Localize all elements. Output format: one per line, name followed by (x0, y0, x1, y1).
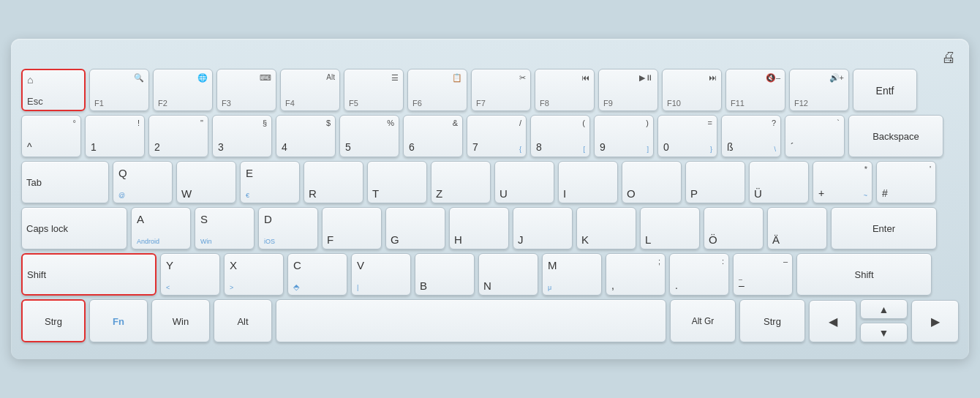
qwertz-row: Tab Q @ W E € R T Z U I O P (21, 161, 959, 203)
key-c[interactable]: C ⬘ (287, 253, 347, 296)
key-6[interactable]: & 6 (403, 115, 463, 157)
key-2[interactable]: " 2 (148, 115, 208, 157)
key-r[interactable]: R (304, 161, 363, 203)
key-d[interactable]: D iOS (258, 207, 318, 249)
function-key-row: ⌂ Esc 🔍 F1 🌐 F2 ⌨ F3 Alt F4 ☰ F5 📋 (21, 69, 959, 111)
key-m[interactable]: M μ (542, 253, 602, 296)
key-i[interactable]: I (558, 161, 618, 203)
key-fn[interactable]: Fn (89, 299, 148, 342)
key-o[interactable]: O (622, 161, 682, 203)
key-4[interactable]: $ 4 (276, 115, 336, 157)
key-g[interactable]: G (385, 207, 445, 249)
key-v[interactable]: V | (351, 253, 411, 296)
key-f9[interactable]: ▶⏸ F9 (598, 69, 658, 111)
key-backspace[interactable]: Backspace (848, 115, 943, 157)
key-3[interactable]: § 3 (212, 115, 272, 157)
key-p[interactable]: P (685, 161, 745, 203)
printer-icon: 🖨 (941, 49, 956, 66)
key-f2[interactable]: 🌐 F2 (153, 69, 213, 111)
key-alt[interactable]: Alt (214, 299, 272, 342)
key-y[interactable]: Y < (160, 253, 220, 296)
key-strg-right[interactable]: Strg (739, 299, 805, 342)
shift-row: Shift Y < X > C ⬘ V | B N M μ ; , (21, 253, 959, 296)
key-f5[interactable]: ☰ F5 (344, 69, 404, 111)
key-period[interactable]: : . (669, 253, 729, 296)
key-arrow-right[interactable]: ▶ (911, 300, 959, 342)
key-sz[interactable]: ? ß \ (721, 115, 781, 157)
key-arrow-up[interactable]: ▲ (860, 299, 908, 319)
key-strg-left[interactable]: Strg (21, 299, 86, 342)
key-caret[interactable]: ° ^ (21, 115, 81, 157)
key-tab[interactable]: Tab (21, 161, 109, 203)
key-f[interactable]: F (322, 207, 382, 249)
key-e[interactable]: E € (240, 161, 300, 203)
key-u[interactable]: U (494, 161, 554, 203)
key-l[interactable]: L (640, 207, 700, 249)
key-t[interactable]: T (367, 161, 427, 203)
keyboard: 🖨 ⌂ Esc 🔍 F1 🌐 F2 ⌨ F3 Alt F4 ☰ (11, 39, 969, 359)
key-1[interactable]: ! 1 (85, 115, 145, 157)
key-ue[interactable]: Ü (749, 161, 809, 203)
key-alt-gr[interactable]: Alt Gr (670, 299, 736, 342)
key-h[interactable]: H (449, 207, 509, 249)
key-caps-lock[interactable]: Caps lock (21, 207, 127, 249)
key-s[interactable]: S Win (195, 207, 255, 249)
key-plus[interactable]: * + ~ (813, 161, 872, 203)
key-entf[interactable]: Entf (853, 69, 917, 111)
key-w[interactable]: W (176, 161, 236, 203)
key-8[interactable]: ( 8 [ (530, 115, 590, 157)
asdf-row: Caps lock A Android S Win D iOS F G H J … (21, 207, 959, 249)
key-f11[interactable]: 🔇– F11 (725, 69, 785, 111)
number-row: ° ^ ! 1 " 2 § 3 $ 4 % 5 & 6 / 7 { (21, 115, 959, 157)
key-esc[interactable]: ⌂ Esc (21, 69, 86, 111)
key-k[interactable]: K (576, 207, 636, 249)
key-0[interactable]: = 0 } (657, 115, 717, 157)
key-f12[interactable]: 🔊+ F12 (789, 69, 849, 111)
key-a[interactable]: A Android (131, 207, 191, 249)
key-comma[interactable]: ; , (606, 253, 666, 296)
key-space[interactable] (276, 299, 666, 342)
key-7[interactable]: / 7 { (467, 115, 527, 157)
key-f8[interactable]: ⏮ F8 (535, 69, 595, 111)
key-hash[interactable]: ' # (876, 161, 936, 203)
key-shift-left[interactable]: Shift (21, 253, 157, 296)
key-f3[interactable]: ⌨ F3 (216, 69, 276, 111)
key-f4[interactable]: Alt F4 (280, 69, 340, 111)
key-arrow-left[interactable]: ◀ (809, 300, 856, 342)
key-acute[interactable]: ` ´ (785, 115, 845, 157)
key-9[interactable]: ) 9 ] (594, 115, 654, 157)
key-z[interactable]: Z (431, 161, 491, 203)
key-q[interactable]: Q @ (113, 161, 173, 203)
key-5[interactable]: % 5 (339, 115, 399, 157)
key-ae[interactable]: Ä (767, 207, 827, 249)
key-x[interactable]: X > (224, 253, 284, 296)
key-oe[interactable]: Ö (704, 207, 764, 249)
key-b[interactable]: B (415, 253, 475, 296)
key-f10[interactable]: ⏭ F10 (662, 69, 722, 111)
key-f1[interactable]: 🔍 F1 (89, 69, 149, 111)
key-win[interactable]: Win (151, 299, 210, 342)
key-shift-right[interactable]: Shift (796, 253, 932, 296)
key-f7[interactable]: ✂ F7 (471, 69, 531, 111)
key-j[interactable]: J (513, 207, 573, 249)
key-minus[interactable]: – – – (733, 253, 793, 296)
key-f6[interactable]: 📋 F6 (407, 69, 467, 111)
key-arrow-down[interactable]: ▼ (860, 323, 908, 342)
key-n[interactable]: N (478, 253, 538, 296)
bottom-row: Strg Fn Win Alt Alt Gr Strg ◀ ▲ (21, 299, 959, 342)
key-enter[interactable]: Enter (831, 207, 937, 249)
